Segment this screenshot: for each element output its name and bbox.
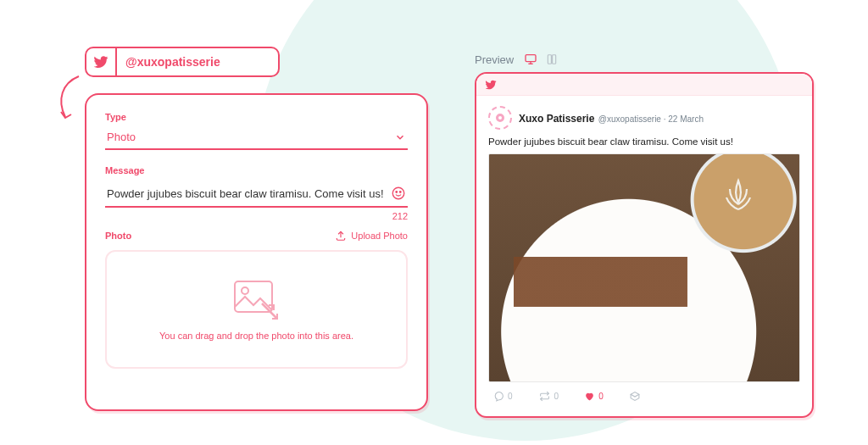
- message-input[interactable]: Powder jujubes biscuit bear claw tiramis…: [105, 181, 408, 208]
- like-button[interactable]: 0: [584, 391, 604, 402]
- tweet-image: [488, 153, 800, 382]
- svg-point-4: [242, 287, 248, 294]
- upload-icon: [335, 230, 347, 242]
- account-handle-text: @xuxopatisserie: [117, 55, 278, 69]
- reply-button[interactable]: 0: [493, 391, 513, 402]
- preview-titlebar: [476, 74, 812, 96]
- dropzone-hint: You can drag and drop the photo into thi…: [159, 331, 353, 341]
- preview-header: Preview: [475, 53, 558, 66]
- photo-dropzone[interactable]: You can drag and drop the photo into thi…: [105, 250, 408, 369]
- upload-photo-button[interactable]: Upload Photo: [335, 230, 408, 242]
- retweet-count: 0: [554, 392, 559, 401]
- char-count: 212: [105, 211, 408, 221]
- flow-arrow-icon: [55, 75, 89, 125]
- mobile-preview-icon[interactable]: [546, 53, 558, 66]
- svg-rect-6: [548, 55, 552, 64]
- share-button[interactable]: [629, 391, 641, 402]
- emoji-icon[interactable]: [391, 186, 406, 201]
- reply-count: 0: [508, 392, 513, 401]
- svg-rect-5: [526, 55, 536, 62]
- retweet-button[interactable]: 0: [538, 391, 559, 402]
- desktop-preview-icon[interactable]: [524, 53, 537, 66]
- preview-label-text: Preview: [475, 53, 514, 66]
- type-label: Type: [105, 112, 408, 122]
- preview-card: Xuxo Patisserie @xuxopatisserie · 22 Mar…: [475, 72, 814, 418]
- type-select[interactable]: Photo: [105, 127, 408, 150]
- svg-point-2: [400, 192, 402, 193]
- account-handle-pill[interactable]: @xuxopatisserie: [85, 47, 280, 77]
- twitter-icon: [86, 48, 117, 75]
- tweet-account-name: Xuxo Patisserie: [519, 113, 594, 125]
- type-select-value: Photo: [107, 131, 136, 143]
- tweet-account-handle: @xuxopatisserie: [598, 114, 661, 124]
- svg-point-1: [396, 192, 398, 193]
- svg-rect-7: [553, 55, 556, 64]
- chevron-down-icon: [394, 131, 406, 143]
- twitter-icon: [485, 79, 497, 91]
- upload-photo-label: Upload Photo: [351, 231, 408, 241]
- tweet-header: Xuxo Patisserie @xuxopatisserie · 22 Mar…: [488, 106, 800, 130]
- photo-label: Photo: [105, 231, 131, 241]
- image-placeholder-icon: [230, 278, 284, 322]
- tweet-body: Powder jujubes biscuit bear claw tiramis…: [488, 136, 800, 147]
- tweet-timestamp: 22 March: [668, 114, 704, 124]
- tweet-actions: 0 0 0: [488, 382, 800, 402]
- avatar: [488, 106, 512, 130]
- like-count: 0: [598, 392, 604, 401]
- svg-point-0: [392, 187, 404, 199]
- message-label: Message: [105, 165, 408, 175]
- compose-form-card: Type Photo Message Powder jujubes biscui…: [85, 93, 428, 411]
- message-text: Powder jujubes biscuit bear claw tiramis…: [107, 187, 384, 200]
- latte-art-icon: [709, 168, 768, 227]
